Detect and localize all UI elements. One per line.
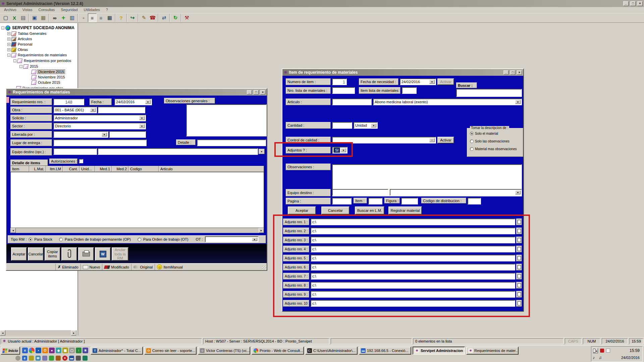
autorizaciones-checkbox[interactable] bbox=[79, 159, 83, 163]
tree-expander-icon[interactable]: - bbox=[13, 59, 16, 62]
view-detail-icon[interactable]: ≡ bbox=[97, 13, 105, 22]
clock-icon[interactable] bbox=[15, 356, 20, 361]
menu-utilidades[interactable]: Utilidades bbox=[81, 8, 103, 12]
anular-rm-button[interactable]: Anular toda la RM bbox=[112, 247, 128, 261]
equipo-destino-combobox[interactable]: ▼ bbox=[390, 189, 522, 196]
col-item[interactable]: Item bbox=[10, 166, 29, 172]
radio-solo-observaciones[interactable] bbox=[470, 139, 474, 143]
volume-icon[interactable]: ♪ bbox=[593, 355, 595, 360]
outlook-icon[interactable]: O bbox=[42, 348, 48, 353]
tree-item-root[interactable]: - SERVIPET SOCIEDAD ANONIMA bbox=[1, 25, 75, 31]
taskbar-item-servipet[interactable]: ✳Servipet Administracion (... bbox=[413, 347, 465, 355]
tree-expander-icon[interactable]: + bbox=[7, 38, 10, 41]
chevron-down-icon[interactable]: ▼ bbox=[139, 124, 145, 128]
tree-item-noviembre-2015[interactable]: Noviembre 2015 bbox=[32, 74, 66, 80]
scroll-left-icon[interactable]: ◄ bbox=[10, 228, 16, 233]
minimize-button[interactable]: _ bbox=[623, 1, 629, 6]
excel-export-icon[interactable]: X bbox=[10, 13, 19, 22]
chevron-down-icon[interactable]: ▼ bbox=[252, 238, 257, 241]
internet-explorer-icon[interactable]: e bbox=[22, 348, 28, 353]
maximize-button[interactable]: □ bbox=[254, 90, 259, 95]
tray-date[interactable]: 24/02/2016 bbox=[621, 356, 640, 360]
app-shortcut-icon[interactable]: ◆ bbox=[56, 348, 61, 353]
tree-item-2015[interactable]: - 2015 bbox=[19, 64, 39, 69]
tray-expand-icon[interactable]: ▲ bbox=[593, 348, 598, 353]
articulo-input[interactable] bbox=[332, 99, 372, 105]
menu-ayuda[interactable]: ? bbox=[103, 8, 111, 12]
figura-input[interactable] bbox=[401, 198, 418, 204]
start-button[interactable]: Inicio bbox=[1, 347, 20, 355]
menu-consultas[interactable]: Consultas bbox=[36, 8, 57, 12]
aceptar-button[interactable]: Aceptar bbox=[11, 247, 27, 261]
ot-combobox[interactable]: ▼ bbox=[205, 236, 259, 242]
app-icon[interactable] bbox=[56, 356, 61, 361]
chevron-down-icon[interactable]: ▼ bbox=[371, 123, 376, 127]
items-list[interactable] bbox=[10, 172, 264, 228]
taskbar-item-total-commander[interactable]: TAdministrador^ - Total C... bbox=[91, 347, 143, 355]
update-icon[interactable]: ↑ bbox=[76, 348, 82, 353]
audio-device-icon[interactable]: ♫ bbox=[599, 355, 602, 360]
liberada-extra-input[interactable] bbox=[109, 131, 146, 138]
equipo-destino-input[interactable] bbox=[332, 189, 388, 196]
item-nro-input[interactable] bbox=[368, 198, 382, 204]
tray-app-icon[interactable] bbox=[606, 349, 610, 353]
taskbar-item-requerimientos[interactable]: ✳Requerimientos de mater... bbox=[466, 347, 519, 355]
solicito-combobox[interactable]: Administrador▼ bbox=[53, 115, 146, 121]
tree-item-obras[interactable]: + Obras bbox=[7, 47, 29, 52]
chevron-down-icon[interactable]: ▼ bbox=[515, 190, 521, 194]
detalle-items-tab[interactable]: Detalle de items bbox=[10, 160, 48, 166]
taskbar-item-victor-contreras[interactable]: ☺Victor Contreras (TS) (vc... bbox=[198, 347, 250, 355]
close-button[interactable]: × bbox=[637, 1, 643, 6]
items-h-scrollbar[interactable]: ◄ ► bbox=[10, 228, 264, 233]
tree-item-diciembre-2015[interactable]: Diciembre 2015 bbox=[32, 69, 65, 74]
attach-button[interactable] bbox=[61, 247, 77, 261]
save-icon[interactable]: ▪ bbox=[36, 348, 41, 353]
print-icon[interactable]: ▤ bbox=[19, 13, 28, 22]
word-export-button[interactable]: W bbox=[95, 247, 111, 261]
sector-combobox[interactable]: Directorio▼ bbox=[53, 123, 146, 129]
radio-orden-trabajo-label[interactable]: Para Orden de trabajo (OT) bbox=[143, 237, 189, 241]
articulo-combobox[interactable]: Abono medicina laboral (exento)▼ bbox=[373, 99, 522, 105]
item-aceptar-button[interactable]: Aceptar bbox=[288, 206, 316, 215]
taskbar-item-remote-desktop[interactable]: ▬192.168.66.5 - Conexió... bbox=[359, 347, 411, 355]
find-icon[interactable]: ∞ bbox=[50, 13, 59, 22]
exit-icon[interactable]: ↪ bbox=[128, 13, 137, 22]
tree-item-tablas-generales[interactable]: + Tablas Generales bbox=[7, 31, 47, 36]
col-med1[interactable]: Med.1 bbox=[95, 166, 112, 172]
col-cant[interactable]: Cant. bbox=[63, 166, 79, 172]
taskbar-item-correo[interactable]: OCorreo sin leer - soporte... bbox=[144, 347, 197, 355]
calculator-icon[interactable]: ▥ bbox=[68, 13, 76, 22]
cantidad-input[interactable] bbox=[332, 122, 352, 129]
folder-icon[interactable] bbox=[29, 356, 34, 361]
tree-expander-icon[interactable]: + bbox=[7, 48, 10, 51]
col-itmlm[interactable]: Itm.LM bbox=[46, 166, 63, 172]
paste-icon[interactable]: ▦ bbox=[39, 13, 48, 22]
buscar-input[interactable] bbox=[456, 89, 522, 97]
folder-icon[interactable]: ▣ bbox=[62, 348, 68, 353]
activar-button[interactable]: Activar bbox=[437, 78, 454, 85]
col-lmat[interactable]: L.Mat. bbox=[29, 166, 46, 172]
detalle-input[interactable] bbox=[197, 139, 266, 146]
document-icon[interactable]: ▢ bbox=[69, 348, 75, 353]
tree-expander-icon[interactable]: - bbox=[7, 54, 10, 57]
new-document-icon[interactable]: ▢ bbox=[1, 13, 10, 22]
chevron-down-icon[interactable]: ▼ bbox=[145, 100, 151, 104]
tray-clock[interactable]: 15:59 bbox=[630, 348, 640, 353]
nro-lista-input[interactable] bbox=[332, 87, 355, 94]
equipo-destino-input2[interactable] bbox=[98, 148, 258, 155]
close-app-icon[interactable]: × bbox=[62, 356, 67, 361]
taskbar-item-explorer[interactable]: C:C:\Users\Administrador\... bbox=[305, 347, 358, 355]
radio-material-observaciones[interactable] bbox=[470, 147, 474, 151]
chevron-down-icon[interactable]: ▼ bbox=[102, 132, 107, 136]
settings-icon[interactable]: ✳ bbox=[83, 348, 88, 353]
numero-item-input[interactable]: 1 bbox=[332, 78, 347, 85]
tree-item-articulos[interactable]: + Articulos bbox=[7, 36, 33, 42]
lugar-entrega-input[interactable] bbox=[53, 139, 147, 146]
add-icon[interactable]: + bbox=[59, 13, 68, 22]
fecha-necesidad-combobox[interactable]: 24/02/2016▼ bbox=[400, 78, 436, 85]
tree-item-personal[interactable]: + Personal bbox=[7, 42, 33, 47]
tree-item-requerimientos[interactable]: - Requerimientos de materiales bbox=[7, 52, 67, 58]
search-icon[interactable]: ● bbox=[49, 348, 55, 353]
chrome-icon[interactable] bbox=[29, 348, 35, 353]
radio-solo-material[interactable] bbox=[470, 132, 474, 135]
